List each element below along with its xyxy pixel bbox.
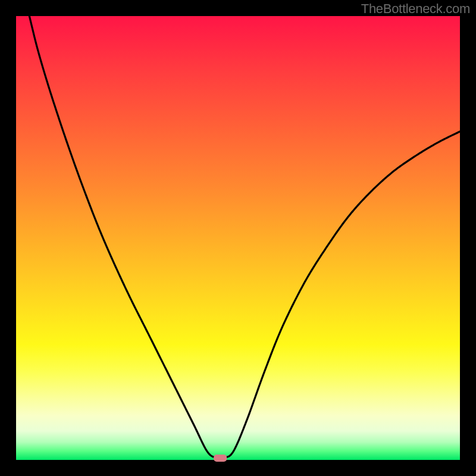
optimal-marker [214,455,227,462]
chart-background [16,16,460,460]
chart-container: TheBottleneck.com [0,0,476,476]
bottleneck-chart [0,0,476,476]
watermark-text: TheBottleneck.com [361,1,470,17]
